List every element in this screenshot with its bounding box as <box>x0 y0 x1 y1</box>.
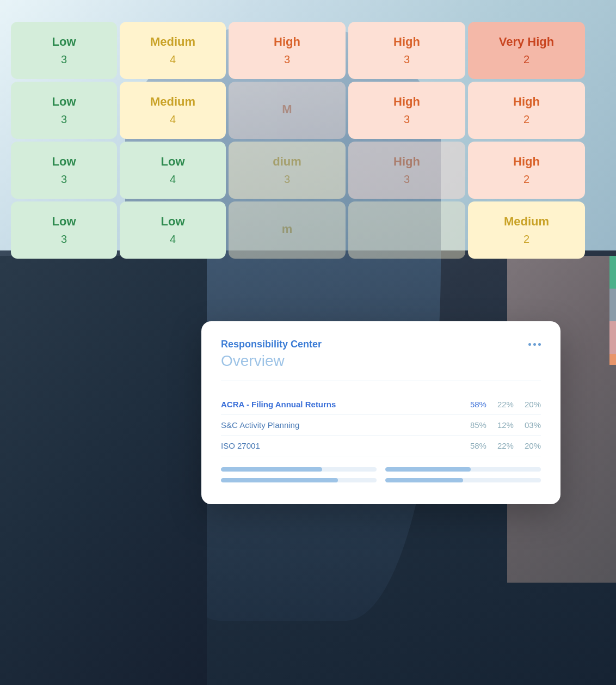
risk-cell-medium-2-r4c5[interactable]: Medium 2 <box>468 201 585 259</box>
row-percentages-acra: 58% 22% 20% <box>470 400 541 409</box>
pct3-acra: 20% <box>525 400 541 409</box>
risk-cell-medium-4-r1c2[interactable]: Medium 4 <box>120 22 226 79</box>
responsibility-card: Responsibility Center Overview ACRA - Fi… <box>201 321 560 504</box>
row-percentages-iso: 58% 22% 20% <box>470 441 541 450</box>
risk-cell-medium-4-r2c2[interactable]: Medium 4 <box>120 82 226 139</box>
card-title: Responsibility Center <box>221 339 322 350</box>
card-row-iso[interactable]: ISO 27001 58% 22% 20% <box>221 436 541 456</box>
progress-bars-section <box>221 467 541 482</box>
risk-cell-partial-medium-r3c3[interactable]: dium 3 <box>229 142 346 199</box>
risk-cell-high-2-r2c5[interactable]: High 2 <box>468 82 585 139</box>
menu-dot-2 <box>533 343 536 346</box>
risk-cell-low-3-r3c1[interactable]: Low 3 <box>11 142 117 199</box>
progress-bar-2b <box>385 478 541 482</box>
risk-cell-high-3-r1c3[interactable]: High 3 <box>229 22 346 79</box>
row-label-sc: S&C Activity Planning <box>221 420 299 430</box>
card-divider <box>221 381 541 381</box>
pct1-sc: 85% <box>470 420 486 430</box>
row-percentages-sc: 85% 12% 03% <box>470 420 541 430</box>
risk-matrix: Low 3 Medium 4 High 3 High 3 Very High 2… <box>0 11 533 270</box>
left-group-silhouette <box>0 256 207 685</box>
risk-cell-partial-r4c4[interactable] <box>348 201 465 259</box>
menu-dot-1 <box>528 343 531 346</box>
accent-block <box>609 256 616 365</box>
progress-fill-1a <box>221 467 322 472</box>
card-menu-button[interactable] <box>528 343 541 346</box>
card-row-sc[interactable]: S&C Activity Planning 85% 12% 03% <box>221 415 541 436</box>
progress-fill-2b <box>385 478 463 482</box>
progress-bar-2a <box>221 478 377 482</box>
risk-cell-high-3-r1c4[interactable]: High 3 <box>348 22 465 79</box>
pct2-iso: 22% <box>497 441 514 450</box>
progress-row-1 <box>221 467 541 472</box>
row-label-acra: ACRA - Filing Annual Returns <box>221 400 336 409</box>
pct2-acra: 22% <box>497 400 514 409</box>
risk-cell-low-4-r4c2[interactable]: Low 4 <box>120 201 226 259</box>
risk-cell-very-high-2-r1c5[interactable]: Very High 2 <box>468 22 585 79</box>
card-subtitle: Overview <box>221 352 541 370</box>
pct3-iso: 20% <box>525 441 541 450</box>
risk-cell-partial-r4c3[interactable]: m <box>229 201 346 259</box>
progress-row-2 <box>221 478 541 482</box>
risk-cell-low-3-r2c1[interactable]: Low 3 <box>11 82 117 139</box>
progress-bar-1b <box>385 467 541 472</box>
pct1-acra: 58% <box>470 400 486 409</box>
risk-cell-high-3-partial-r3c4[interactable]: High 3 <box>348 142 465 199</box>
progress-fill-1b <box>385 467 471 472</box>
risk-cell-low-3-r1c1[interactable]: Low 3 <box>11 22 117 79</box>
pct3-sc: 03% <box>525 420 541 430</box>
risk-cell-low-4-r3c2[interactable]: Low 4 <box>120 142 226 199</box>
pct1-iso: 58% <box>470 441 486 450</box>
progress-fill-2a <box>221 478 338 482</box>
risk-cell-partial-r2c3[interactable]: M <box>229 82 346 139</box>
card-row-acra[interactable]: ACRA - Filing Annual Returns 58% 22% 20% <box>221 394 541 415</box>
pct2-sc: 12% <box>497 420 514 430</box>
card-header: Responsibility Center <box>221 339 541 350</box>
risk-cell-high-3-r2c4[interactable]: High 3 <box>348 82 465 139</box>
progress-bar-1a <box>221 467 377 472</box>
risk-cell-low-3-r4c1[interactable]: Low 3 <box>11 201 117 259</box>
risk-cell-high-2-r3c5[interactable]: High 2 <box>468 142 585 199</box>
menu-dot-3 <box>538 343 541 346</box>
row-label-iso: ISO 27001 <box>221 441 260 450</box>
